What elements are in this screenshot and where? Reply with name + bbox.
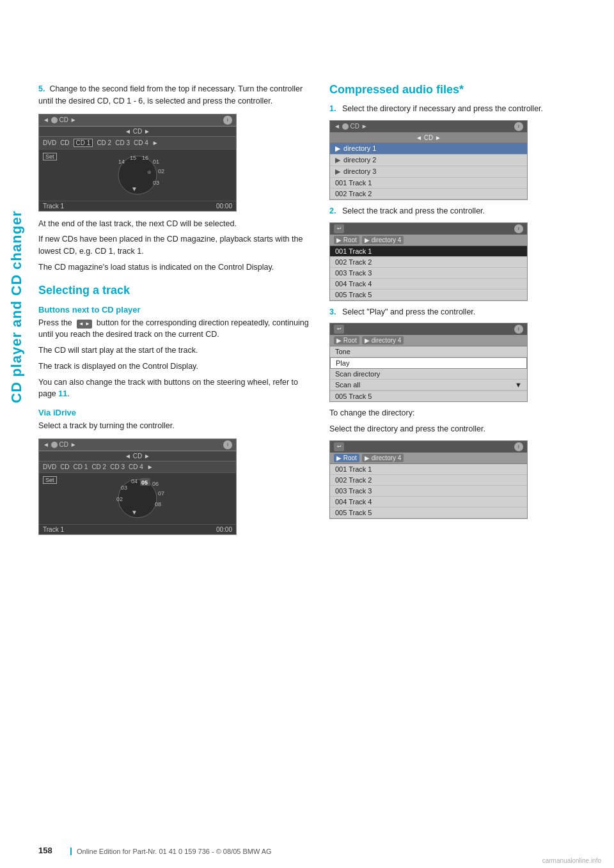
- disc-row-2: DVD CD CD 1 CD 2 CD 3 CD 4 ►: [39, 461, 236, 473]
- cd-play-text: The CD will start play at the start of t…: [38, 345, 310, 357]
- dir-track-2: 002 Track 2: [330, 189, 527, 199]
- sidebar-label: CD player and CD changer: [0, 83, 33, 531]
- svg-text:05: 05: [141, 479, 148, 486]
- dial-svg: 14 15 16 01 02 03 ▼ ⊕: [39, 150, 236, 201]
- cd-screen-1: ◄ CD ► i ◄ CD ► DVD CD CD 1 CD 2 CD 3 CD…: [38, 114, 237, 212]
- svg-text:02: 02: [116, 496, 123, 502]
- svg-text:⊕: ⊕: [147, 169, 152, 175]
- play-screen-topbar: ↩ i: [330, 323, 527, 335]
- track-002: 002 Track 2: [330, 257, 527, 268]
- dir-screen: ◄ CD ► i ◄ CD ► ▶ directory 1 ▶ director…: [329, 120, 528, 200]
- cd-sub-nav: ◄ CD ►: [39, 127, 236, 137]
- change-info-icon: i: [514, 442, 523, 451]
- cd-screen-1-topbar: ◄ CD ► i: [39, 114, 236, 127]
- dir4-crumb: ▶ directory 4: [362, 454, 404, 462]
- change-back-icon: ↩: [334, 442, 344, 451]
- set-label-2: Set: [43, 476, 57, 484]
- svg-text:02: 02: [158, 168, 164, 174]
- track-screen: ↩ i ▶ Root ▶ directory 4 001 Track 1 002…: [329, 222, 528, 301]
- menu-play: Play: [330, 357, 527, 369]
- svg-text:06: 06: [152, 481, 159, 487]
- step3-list: 3. Select "Play" and press the controlle…: [329, 306, 601, 318]
- dial-svg-2: 02 03 04 05 06 07 08 ▼: [39, 473, 236, 524]
- play-screen: ↩ i ▶ Root ▶ directory 4 Tone Play Scan …: [329, 323, 528, 402]
- via-idrive-text: Select a track by turning the controller…: [38, 420, 310, 432]
- track-005: 005 Track 5: [330, 290, 527, 300]
- svg-text:▼: ▼: [131, 509, 138, 516]
- svg-text:07: 07: [158, 490, 164, 497]
- para1: At the end of the last track, the next C…: [38, 218, 310, 230]
- menu-scan-all: Scan all ▼: [330, 380, 527, 391]
- back-icon: ↩: [334, 224, 344, 233]
- steering-wheel-text: You can also change the track with butto…: [38, 376, 310, 401]
- footer-text: Online Edition for Part-Nr. 01 41 0 159 …: [77, 848, 272, 855]
- cd-sub-nav-2: ◄ CD ►: [39, 451, 236, 461]
- buttons-cd-player-heading: Buttons next to CD player: [38, 305, 310, 314]
- step3-item: 3. Select "Play" and press the controlle…: [329, 306, 601, 318]
- cd-screen-2: ◄ CD ► i ◄ CD ► DVD CD CD 1 CD 2 CD 3 CD…: [38, 438, 237, 535]
- change-track-003: 003 Track 3: [330, 486, 527, 497]
- svg-text:03: 03: [121, 484, 127, 491]
- change-dir-text1: To change the directory:: [329, 407, 601, 419]
- dir-screen-topbar: ◄ CD ► i: [330, 121, 527, 133]
- via-idrive-heading: Via iDrive: [38, 408, 310, 417]
- info-icon-2: i: [223, 440, 232, 449]
- info-icon: i: [223, 116, 232, 125]
- watermark: carmanualonline.info: [542, 857, 601, 864]
- menu-scan-directory: Scan directory: [330, 369, 527, 380]
- step2-list: 2. Select the track and press the contro…: [329, 205, 601, 217]
- dial-area-2: Set 02 03 04 05 06 07 08 ▼: [39, 473, 236, 524]
- root-crumb-highlighted: ▶ Root: [334, 454, 359, 462]
- step5-text: 5. Change to the second field from the t…: [38, 83, 310, 107]
- dir-track-1: 001 Track 1: [330, 178, 527, 189]
- play-bottom-track: 005 Track 5: [330, 391, 527, 401]
- svg-text:03: 03: [153, 180, 159, 186]
- dir-cd-nav: ◄ CD ►: [330, 133, 527, 143]
- page-footer: 158 Online Edition for Part-Nr. 01 41 0 …: [38, 846, 601, 855]
- selecting-track-heading: Selecting a track: [38, 284, 310, 297]
- step2-item: 2. Select the track and press the contro…: [329, 205, 601, 217]
- dir-item-3: ▶ directory 3: [330, 166, 527, 178]
- track-004: 004 Track 4: [330, 279, 527, 290]
- track-screen-topbar: ↩ i: [330, 223, 527, 235]
- set-label: Set: [43, 153, 57, 160]
- play-breadcrumb: ▶ Root ▶ directory 4: [330, 335, 527, 346]
- footer-line: Online Edition for Part-Nr. 01 41 0 159 …: [70, 848, 601, 855]
- dial-area: Set 14 15 16 01 02 03 ▼ ⊕: [39, 150, 236, 201]
- change-track-002: 002 Track 2: [330, 475, 527, 486]
- change-track-005: 005 Track 5: [330, 508, 527, 518]
- dir-item-1: ▶ directory 1: [330, 143, 527, 155]
- dir-info-icon: i: [514, 122, 523, 131]
- step1-item: 1. Select the directory if necessary and…: [329, 103, 601, 115]
- para3: The CD magazine's load status is indicat…: [38, 261, 310, 274]
- track-display-text: The track is displayed on the Control Di…: [38, 360, 310, 373]
- svg-text:04: 04: [131, 478, 138, 484]
- disc-row: DVD CD CD 1 CD 2 CD 3 CD 4 ►: [39, 137, 236, 150]
- change-dir-breadcrumb: ▶ Root ▶ directory 4: [330, 453, 527, 464]
- track-003: 003 Track 3: [330, 268, 527, 279]
- svg-text:▼: ▼: [131, 185, 138, 192]
- page-ref-link[interactable]: 11: [58, 389, 67, 398]
- change-track-001: 001 Track 1: [330, 464, 527, 475]
- play-info-icon: i: [514, 325, 523, 334]
- change-dir-topbar: ↩ i: [330, 441, 527, 453]
- svg-text:16: 16: [142, 155, 148, 161]
- svg-text:14: 14: [118, 159, 125, 165]
- menu-tone: Tone: [330, 346, 527, 357]
- cd-nav-left: ◄ CD ►: [43, 116, 77, 123]
- change-dir-screen: ↩ i ▶ Root ▶ directory 4 001 Track 1 002…: [329, 440, 528, 519]
- cd-screen-2-bottombar: Track 1 00:00: [39, 524, 236, 534]
- step1-list: 1. Select the directory if necessary and…: [329, 103, 601, 115]
- track-info-icon: i: [514, 224, 523, 233]
- play-back-icon: ↩: [334, 325, 344, 334]
- prev-next-button-icon: ◄ ►: [77, 320, 92, 329]
- left-column: 5. Change to the second field from the t…: [38, 83, 310, 541]
- compressed-audio-heading: Compressed audio files*: [329, 83, 601, 97]
- track-breadcrumb: ▶ Root ▶ directory 4: [330, 235, 527, 246]
- right-column: Compressed audio files* 1. Select the di…: [329, 83, 601, 541]
- change-dir-text2: Select the directory and press the contr…: [329, 423, 601, 435]
- track-001: 001 Track 1: [330, 246, 527, 257]
- buttons-text: Press the ◄ ► button for the correspondi…: [38, 317, 310, 341]
- cd-screen-1-bottombar: Track 1 00:00: [39, 201, 236, 211]
- dir-item-2: ▶ directory 2: [330, 155, 527, 166]
